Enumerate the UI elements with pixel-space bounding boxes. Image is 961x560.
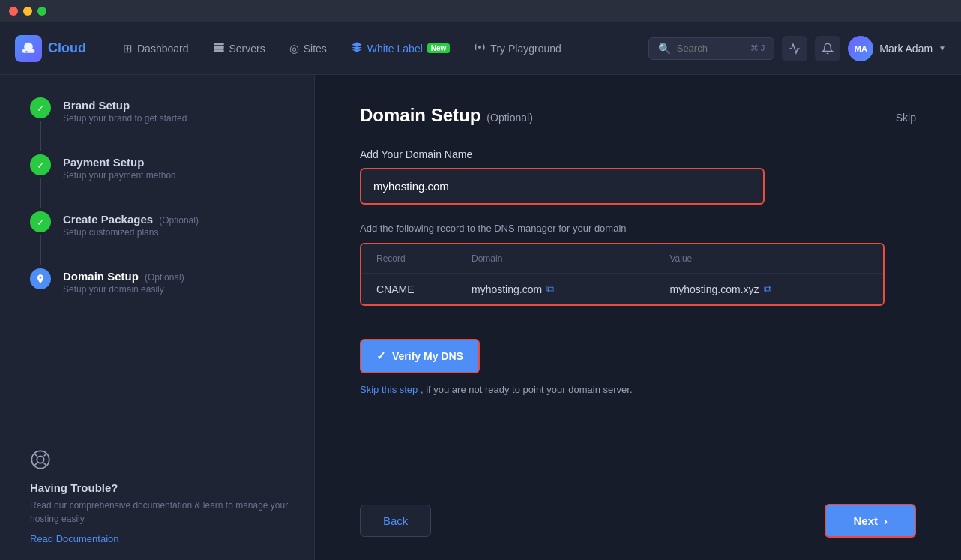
nav-dashboard[interactable]: ⊞ Dashboard xyxy=(112,36,199,61)
maximize-button[interactable] xyxy=(37,7,46,16)
sites-icon: ◎ xyxy=(289,42,299,55)
step-line-3 xyxy=(40,235,41,265)
copy-value-icon[interactable]: ⧉ xyxy=(764,283,771,295)
nav-sites[interactable]: ◎ Sites xyxy=(279,36,337,61)
main-layout: ✓ Brand Setup Setup your brand to get st… xyxy=(0,75,961,560)
step-payment-setup: ✓ Payment Setup Setup your payment metho… xyxy=(30,154,299,211)
nav-sites-label: Sites xyxy=(304,43,327,55)
user-name: Mark Adam xyxy=(879,43,933,55)
search-input[interactable] xyxy=(677,43,744,54)
dashboard-icon: ⊞ xyxy=(123,42,133,55)
sidebar: ✓ Brand Setup Setup your brand to get st… xyxy=(0,75,315,560)
minimize-button[interactable] xyxy=(23,7,32,16)
nav-playground[interactable]: Try Playground xyxy=(463,35,571,61)
step-subtitle-1: Setup your brand to get started xyxy=(63,113,187,124)
help-title: Having Trouble? xyxy=(30,481,299,494)
nav-servers-label: Servers xyxy=(229,43,265,55)
step-connector-1: ✓ xyxy=(30,97,51,154)
close-button[interactable] xyxy=(9,7,18,16)
copy-domain-icon[interactable]: ⧉ xyxy=(546,283,554,295)
dns-domain-value: myhosting.com ⧉ xyxy=(472,283,670,295)
read-docs-link[interactable]: Read Documentaion xyxy=(30,533,119,544)
dns-section: Add the following record to the DNS mana… xyxy=(360,223,916,306)
mac-titlebar xyxy=(0,0,961,22)
step-connector-3: ✓ xyxy=(30,211,51,268)
skip-step-text: Skip this step , if you are not ready to… xyxy=(360,384,916,395)
content-header: Domain Setup (Optional) Skip xyxy=(360,105,916,126)
chevron-down-icon: ▼ xyxy=(939,44,946,52)
servers-icon xyxy=(213,41,225,55)
skip-step-link[interactable]: Skip this step xyxy=(360,384,418,395)
step-connector-2: ✓ xyxy=(30,154,51,211)
step-info-1: Brand Setup Setup your brand to get star… xyxy=(63,97,187,124)
skip-button[interactable]: Skip xyxy=(896,112,916,124)
bottom-nav: Back Next › xyxy=(360,489,916,538)
nav-dashboard-label: Dashboard xyxy=(137,43,189,55)
search-shortcut: ⌘ J xyxy=(750,43,765,53)
step-circle-2: ✓ xyxy=(30,154,51,175)
dns-header-domain: Domain xyxy=(472,253,670,264)
step-connector-4 xyxy=(30,268,51,289)
svg-rect-3 xyxy=(214,49,223,52)
dns-value-field: myhosting.com.xyz ⧉ xyxy=(669,283,868,295)
activity-btn[interactable] xyxy=(782,36,807,61)
step-create-packages: ✓ Create Packages (Optional) Setup custo… xyxy=(30,211,299,268)
step-domain-setup: Domain Setup (Optional) Setup your domai… xyxy=(30,268,299,317)
step-info-4: Domain Setup (Optional) Setup your domai… xyxy=(63,268,184,295)
dns-instruction: Add the following record to the DNS mana… xyxy=(360,223,916,234)
content-area: Domain Setup (Optional) Skip Add Your Do… xyxy=(315,75,961,560)
nav-playground-label: Try Playground xyxy=(490,43,561,55)
step-subtitle-2: Setup your payment method xyxy=(63,170,176,181)
svg-line-9 xyxy=(34,463,37,466)
topnav: Cloud ⊞ Dashboard Servers ◎ Sites xyxy=(0,22,961,75)
notifications-btn[interactable] xyxy=(815,36,840,61)
verify-dns-button[interactable]: ✓ Verify My DNS xyxy=(360,339,480,373)
step-info-2: Payment Setup Setup your payment method xyxy=(63,154,176,181)
dns-table-header: Record Domain Value xyxy=(361,244,883,274)
dns-header-record: Record xyxy=(376,253,472,264)
brand-logo xyxy=(15,35,42,62)
nav-whitelabel[interactable]: White Label New xyxy=(340,35,461,61)
nav-items: ⊞ Dashboard Servers ◎ Sites xyxy=(112,35,648,61)
brand[interactable]: Cloud xyxy=(15,35,90,62)
step-line-1 xyxy=(40,121,41,151)
step-title-3: Create Packages (Optional) xyxy=(63,213,199,226)
step-circle-4 xyxy=(30,268,51,289)
user-menu[interactable]: MA Mark Adam ▼ xyxy=(848,36,946,61)
help-icon xyxy=(30,449,299,475)
dns-table-row: CNAME myhosting.com ⧉ myhosting.com.xyz … xyxy=(361,274,883,304)
step-info-3: Create Packages (Optional) Setup customi… xyxy=(63,211,199,238)
page-title: Domain Setup (Optional) xyxy=(360,105,533,126)
next-button[interactable]: Next › xyxy=(825,504,916,538)
svg-rect-2 xyxy=(214,46,223,49)
help-box: Having Trouble? Read our comprehensive d… xyxy=(30,434,299,545)
svg-point-4 xyxy=(478,46,481,49)
verify-check-icon: ✓ xyxy=(376,349,386,363)
step-line-2 xyxy=(40,178,41,208)
domain-name-section: Add Your Domain Name xyxy=(360,148,916,205)
nav-servers[interactable]: Servers xyxy=(202,35,276,61)
brand-name: Cloud xyxy=(48,40,86,56)
search-box[interactable]: 🔍 ⌘ J xyxy=(648,37,775,60)
help-text: Read our comprehensive documentation & l… xyxy=(30,499,299,526)
svg-point-0 xyxy=(25,50,28,52)
next-arrow-icon: › xyxy=(884,514,888,527)
nav-right: 🔍 ⌘ J MA Mark Adam ▼ xyxy=(648,36,946,61)
search-icon: 🔍 xyxy=(658,43,671,55)
svg-line-10 xyxy=(44,454,46,456)
svg-line-7 xyxy=(34,454,37,456)
step-title-4: Domain Setup (Optional) xyxy=(63,270,184,283)
svg-point-6 xyxy=(37,456,43,463)
avatar: MA xyxy=(848,36,873,61)
svg-rect-1 xyxy=(214,43,223,45)
back-button[interactable]: Back xyxy=(360,505,431,537)
step-opt-3: (Optional) xyxy=(159,215,199,226)
nav-whitelabel-label: White Label xyxy=(367,43,423,55)
domain-input[interactable] xyxy=(360,168,765,205)
page-title-optional: (Optional) xyxy=(486,112,532,124)
step-brand-setup: ✓ Brand Setup Setup your brand to get st… xyxy=(30,97,299,154)
step-circle-1: ✓ xyxy=(30,97,51,118)
dns-record-type: CNAME xyxy=(376,283,472,295)
step-opt-4: (Optional) xyxy=(145,272,184,283)
steps-list: ✓ Brand Setup Setup your brand to get st… xyxy=(30,97,299,434)
